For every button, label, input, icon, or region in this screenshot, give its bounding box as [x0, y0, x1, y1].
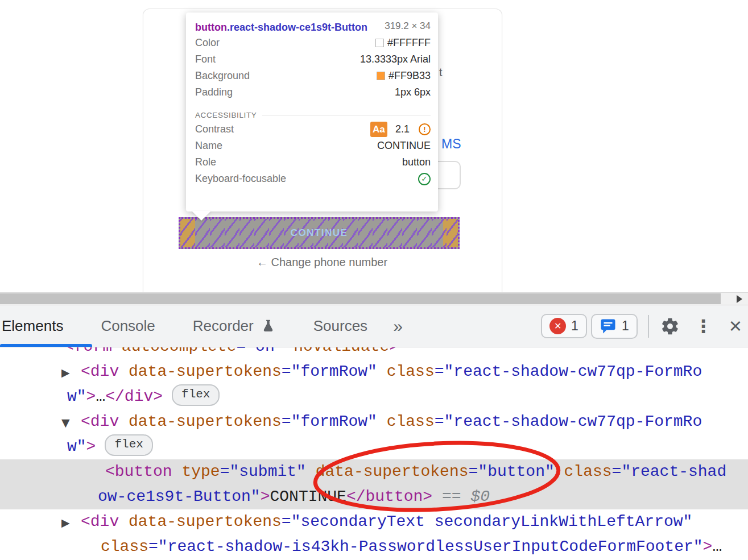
- color-swatch: [375, 39, 384, 47]
- code-segment: class: [101, 538, 148, 555]
- property-value: 13.3333px Arial: [360, 53, 431, 65]
- scrollbar-right-arrow-icon[interactable]: [737, 295, 742, 303]
- flex-badge[interactable]: flex: [105, 434, 152, 456]
- more-options-menu-icon[interactable]: ⋮: [695, 316, 713, 337]
- tooltip-header: button.react-shadow-ce1s9t-Button 319.2 …: [195, 20, 431, 35]
- settings-gear-icon[interactable]: [660, 317, 680, 336]
- code-segment: CONTINUE: [270, 488, 346, 505]
- tree-line[interactable]: ▶<div data-supertokens="formRow" class="…: [0, 359, 748, 384]
- code-segment: ="submit": [220, 463, 306, 480]
- code-segment: >: [86, 438, 96, 455]
- code-segment: ="formRow": [282, 363, 377, 380]
- continue-button-label: CONTINUE: [180, 219, 458, 247]
- tooltip-class-name: .react-shadow-ce1s9t-Button: [227, 22, 367, 33]
- scrollbar-thumb[interactable]: [0, 293, 721, 304]
- code-segment: >: [389, 347, 399, 355]
- property-value: #FFFFFF: [375, 37, 431, 49]
- tab-label: Sources: [313, 317, 367, 335]
- tree-line[interactable]: ▼<div data-supertokens="formRow" class="…: [0, 409, 748, 434]
- property-value-text: 1px 6px: [395, 86, 431, 98]
- tooltip-dimensions: 319.2 × 34: [385, 20, 431, 32]
- tree-line[interactable]: w">…</div>flex: [0, 384, 748, 409]
- disclosure-down-icon[interactable]: ▼: [61, 410, 70, 435]
- active-tab-underline: [0, 344, 92, 347]
- tooltip-element-title: button.react-shadow-ce1s9t-Button: [195, 20, 383, 35]
- tab-sources[interactable]: Sources: [295, 305, 386, 347]
- code-segment: class: [555, 463, 612, 480]
- page-horizontal-scrollbar[interactable]: [0, 292, 748, 305]
- code-segment: ="on": [236, 347, 284, 355]
- code-segment: data-supertokens: [129, 363, 282, 380]
- accessibility-header-label: ACCESSIBILITY: [195, 111, 257, 119]
- tab-elements[interactable]: Elements: [0, 305, 82, 347]
- code-segment: ow-ce1s9t-Button": [98, 488, 261, 505]
- tab-console[interactable]: Console: [82, 305, 173, 347]
- screen: t MS CONTINUE ← Change phone number butt…: [0, 0, 748, 560]
- accessibility-value: button: [402, 156, 431, 168]
- property-value-text: #FF9B33: [389, 70, 431, 82]
- inspect-tooltip: button.react-shadow-ce1s9t-Button 319.2 …: [186, 13, 438, 211]
- accessibility-value: ✓: [418, 173, 431, 185]
- accessibility-value: Aa2.1!: [370, 122, 431, 137]
- message-badge[interactable]: 1: [591, 314, 638, 339]
- accessibility-value-text: CONTINUE: [377, 140, 431, 152]
- code-segment: <form: [64, 347, 122, 355]
- error-badge[interactable]: ✕1: [541, 314, 587, 338]
- tree-line[interactable]: <form autocomplete="on" novalidate>: [0, 347, 748, 359]
- flask-icon: [261, 318, 276, 335]
- accessibility-header-rule: [262, 115, 431, 115]
- disclosure-right-icon[interactable]: ▶: [61, 510, 70, 535]
- code-segment: ==: [432, 488, 470, 505]
- code-segment: </button>: [346, 488, 432, 505]
- property-row: Padding1px 6px: [195, 84, 431, 101]
- accessibility-label: Name: [195, 140, 222, 152]
- code-segment: data-supertokens: [129, 513, 282, 530]
- toolbar-divider: [648, 315, 649, 338]
- highlighted-continue-button[interactable]: CONTINUE: [179, 217, 460, 249]
- code-segment: </div>: [105, 388, 163, 405]
- code-segment: <div: [81, 513, 129, 530]
- code-segment: data-supertokens: [306, 463, 469, 480]
- message-count: 1: [622, 318, 629, 334]
- resend-sms-link-fragment[interactable]: MS: [441, 136, 461, 152]
- code-segment: <div: [81, 363, 129, 380]
- property-label: Color: [195, 37, 220, 49]
- property-value-text: #FFFFFF: [387, 37, 431, 49]
- code-segment: …: [712, 538, 722, 555]
- elements-tree: <form autocomplete="on" novalidate>▶<div…: [0, 347, 748, 560]
- tree-line[interactable]: <button type="submit" data-supertokens="…: [0, 459, 748, 484]
- accessibility-row: Rolebutton: [195, 154, 431, 171]
- disclosure-right-icon[interactable]: ▶: [61, 360, 70, 385]
- tree-line[interactable]: ▶<div data-supertokens="secondaryText se…: [0, 509, 748, 534]
- tree-line[interactable]: w">flex: [0, 434, 748, 459]
- code-segment: type: [181, 463, 220, 480]
- flex-badge[interactable]: flex: [172, 384, 220, 406]
- code-segment: class: [377, 363, 435, 380]
- accessibility-label: Contrast: [195, 123, 234, 135]
- tree-line[interactable]: class="react-shadow-is43kh-PasswordlessU…: [0, 534, 748, 559]
- keyboard-focusable-check-icon: ✓: [418, 173, 431, 185]
- color-swatch: [377, 72, 385, 80]
- code-segment: ="react-shadow-cw77qp-FormRo: [435, 413, 702, 430]
- property-value: #FF9B33: [377, 70, 431, 82]
- change-phone-number-link[interactable]: ← Change phone number: [143, 256, 501, 269]
- property-label: Font: [195, 53, 216, 65]
- more-tabs-chevron[interactable]: »: [386, 317, 410, 336]
- code-segment: <div: [81, 413, 129, 430]
- accessibility-row: Keyboard-focusable✓: [195, 171, 431, 187]
- code-segment: ="react-shadow-is43kh-PasswordlessUserIn…: [148, 538, 703, 555]
- property-value: 1px 6px: [395, 86, 431, 98]
- property-value-text: 13.3333px Arial: [360, 53, 431, 65]
- tab-label: Recorder: [193, 317, 254, 335]
- code-segment: ="secondaryText secondaryLinkWithLeftArr…: [282, 513, 693, 530]
- close-devtools-icon[interactable]: ✕: [729, 317, 742, 336]
- code-segment: novalidate: [284, 347, 389, 355]
- message-bubble-icon: [600, 318, 617, 335]
- tooltip-tag-name: button: [195, 22, 227, 33]
- tree-line[interactable]: ow-ce1s9t-Button">CONTINUE</button> == $…: [0, 484, 748, 509]
- code-segment: w": [67, 438, 86, 455]
- accessibility-header: ACCESSIBILITY: [195, 109, 431, 121]
- code-segment: ="react-shad: [612, 463, 727, 480]
- code-segment: w": [67, 388, 86, 405]
- tab-recorder[interactable]: Recorder: [174, 305, 295, 347]
